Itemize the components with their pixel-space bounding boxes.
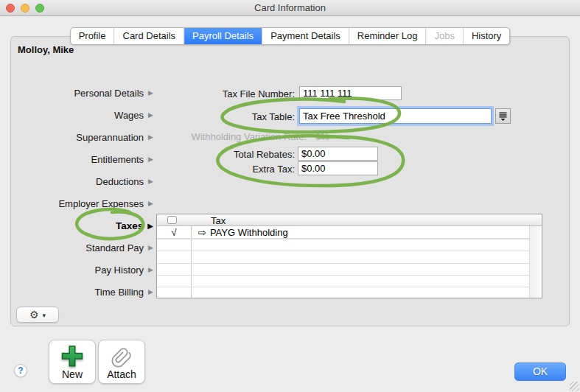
table-scrollbar[interactable] bbox=[529, 226, 542, 298]
tab-payroll-details[interactable]: Payroll Details bbox=[184, 28, 262, 44]
tax-column-header: Tax bbox=[211, 215, 226, 226]
plus-icon bbox=[59, 344, 85, 369]
paperclip-icon bbox=[108, 344, 136, 371]
chevron-right-icon: ▶ bbox=[147, 222, 153, 230]
sidebar-item-standard-pay[interactable]: Standard Pay ▶ bbox=[18, 237, 153, 259]
traffic-lights bbox=[6, 4, 44, 13]
extra-tax-field[interactable] bbox=[298, 161, 378, 175]
tab-jobs: Jobs bbox=[426, 28, 463, 44]
window-title: Card Information bbox=[0, 0, 580, 16]
sidebar-item-time-billing[interactable]: Time Billing ▶ bbox=[18, 281, 153, 303]
gear-icon: ⚙ bbox=[29, 309, 39, 320]
zoom-window-button[interactable] bbox=[35, 4, 44, 13]
withholding-variation-rate-value: 0% bbox=[315, 131, 329, 142]
resize-grip[interactable] bbox=[570, 382, 579, 391]
chevron-right-icon: ▶ bbox=[148, 155, 153, 163]
minimize-window-button[interactable] bbox=[21, 4, 29, 13]
chevron-right-icon: ▶ bbox=[148, 178, 153, 185]
tab-reminder-log[interactable]: Reminder Log bbox=[349, 28, 427, 44]
new-button[interactable]: New bbox=[49, 340, 96, 384]
detail-arrow-icon[interactable]: ⇨ bbox=[198, 228, 206, 237]
empty-row-line bbox=[157, 251, 529, 251]
tab-history[interactable]: History bbox=[464, 28, 509, 44]
tab-bar: Profile Card Details Payroll Details Pay… bbox=[70, 27, 511, 45]
card-information-window: Card Information Profile Card Details Pa… bbox=[0, 0, 580, 392]
withholding-variation-rate-label: Withholding Variation Rate: bbox=[170, 131, 307, 142]
sidebar-item-employer-expenses[interactable]: Employer Expenses ▶ bbox=[18, 192, 153, 214]
sidebar-item-superannuation[interactable]: Superannuation ▶ bbox=[18, 126, 153, 148]
attach-button[interactable]: Attach bbox=[98, 340, 145, 384]
empty-row-line bbox=[157, 275, 529, 276]
empty-row-line bbox=[157, 287, 529, 287]
title-bar: Card Information bbox=[0, 0, 580, 16]
tax-table-label: Tax Table: bbox=[170, 111, 295, 122]
total-rebates-field[interactable] bbox=[298, 147, 378, 161]
tax-table-field[interactable] bbox=[299, 108, 492, 124]
extra-tax-label: Extra Tax: bbox=[170, 164, 295, 175]
employee-name: Molloy, Mike bbox=[18, 44, 74, 55]
ok-button[interactable]: OK bbox=[514, 363, 566, 381]
sidebar-item-wages[interactable]: Wages ▶ bbox=[18, 104, 153, 126]
chevron-right-icon: ▶ bbox=[148, 133, 153, 141]
chevron-right-icon: ▶ bbox=[148, 111, 153, 119]
sidebar-item-entitlements[interactable]: Entitlements ▶ bbox=[18, 148, 153, 170]
chevron-right-icon: ▶ bbox=[148, 244, 153, 251]
actions-menu-button[interactable]: ⚙ ▾ bbox=[16, 307, 59, 323]
caret-down-icon: ▾ bbox=[43, 311, 46, 319]
close-window-button[interactable] bbox=[6, 4, 15, 13]
sidebar-item-pay-history[interactable]: Pay History ▶ bbox=[18, 259, 153, 281]
empty-row-line bbox=[157, 239, 529, 239]
taxes-table-header: Tax bbox=[157, 214, 542, 226]
tax-file-number-label: Tax File Number: bbox=[170, 88, 295, 99]
chevron-right-icon: ▶ bbox=[148, 89, 153, 97]
row-checkmark-icon[interactable]: √ bbox=[157, 226, 191, 239]
tab-payment-details[interactable]: Payment Details bbox=[262, 28, 349, 44]
sidebar-item-deductions[interactable]: Deductions ▶ bbox=[18, 170, 153, 192]
tab-card-details[interactable]: Card Details bbox=[115, 28, 185, 44]
help-button[interactable]: ? bbox=[14, 364, 27, 377]
row-tax-name: PAYG Withholding bbox=[210, 227, 288, 238]
select-all-checkbox[interactable] bbox=[167, 216, 177, 224]
empty-row-line bbox=[157, 263, 529, 264]
tax-file-number-field[interactable] bbox=[299, 86, 402, 100]
total-rebates-label: Total Rebates: bbox=[170, 149, 295, 160]
chevron-right-icon: ▶ bbox=[148, 200, 153, 207]
chevron-right-icon: ▶ bbox=[148, 266, 153, 273]
table-row-payg-withholding[interactable]: √ ⇨ PAYG Withholding bbox=[157, 226, 529, 239]
chevron-right-icon: ▶ bbox=[148, 288, 153, 295]
tax-table-lookup-button[interactable] bbox=[495, 108, 511, 124]
sidebar-item-personal-details[interactable]: Personal Details ▶ bbox=[18, 82, 153, 104]
list-dropdown-icon bbox=[498, 111, 508, 122]
taxes-table: Tax √ ⇨ PAYG Withholding bbox=[156, 214, 542, 298]
tab-profile[interactable]: Profile bbox=[71, 28, 115, 44]
sidebar-item-taxes[interactable]: Taxes ▶ bbox=[18, 214, 153, 237]
sidebar-nav: Personal Details ▶ Wages ▶ Superannuatio… bbox=[18, 82, 153, 303]
